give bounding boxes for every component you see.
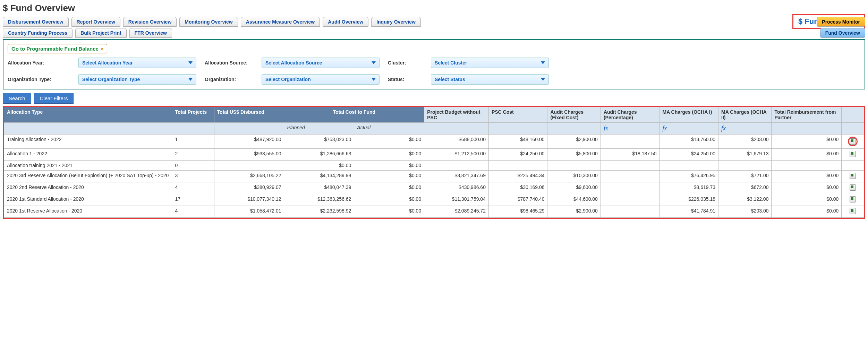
fx-icon[interactable]: fx [659, 123, 718, 135]
th-icon [842, 107, 864, 123]
tab-ftr-overview[interactable]: FTR Overview [129, 28, 172, 38]
cell: $1,679.13 [718, 149, 772, 161]
cell: $0.00 [354, 135, 424, 149]
cell: $3,821,347.69 [424, 171, 489, 182]
tab-disbursement-overview[interactable]: Disbursement Overview [3, 17, 69, 27]
th-allocation-type[interactable]: Allocation Type [4, 107, 172, 123]
allocation-table: Allocation Type Total Projects Total US$… [4, 107, 864, 218]
cell: $10,300.00 [547, 171, 601, 182]
clear-filters-button[interactable]: Clear Filters [34, 93, 74, 104]
cell: $2,668,105.22 [214, 171, 284, 182]
table-row: 2020 1st Reserve Allocation - 20204$1,05… [4, 206, 864, 218]
cluster-select[interactable]: Select Cluster [431, 58, 549, 68]
cell: $18,187.50 [601, 149, 659, 161]
cell: $2,232,598.92 [284, 206, 354, 218]
cell: 2 [172, 149, 214, 161]
allocation-year-select[interactable]: Select Allocation Year [78, 58, 196, 68]
cell: $1,058,472.01 [214, 206, 284, 218]
fx-icon[interactable]: fx [718, 123, 772, 135]
excel-export-icon[interactable] [850, 196, 856, 202]
th-total-cost[interactable]: Total Cost to Fund [284, 107, 424, 123]
tab-assurance-measure-overview[interactable]: Assurance Measure Overview [241, 17, 320, 27]
th-planned: Planned [284, 123, 354, 135]
export-cell [842, 135, 864, 149]
tab-audit-overview[interactable]: Audit Overview [323, 17, 368, 27]
tab-report-overview[interactable]: Report Overview [71, 17, 120, 27]
th-audit-fixed[interactable]: Audit Charges (Fixed Cost) [547, 107, 601, 123]
excel-export-icon[interactable] [850, 184, 856, 191]
tab-monitoring-overview[interactable]: Monitoring Overview [179, 17, 238, 27]
export-highlight [848, 137, 858, 146]
cluster-label: Cluster: [388, 60, 423, 66]
go-programmable-fund-link[interactable]: Go to Programmable Fund Balance » [8, 44, 107, 53]
cell: $480,047.39 [284, 182, 354, 194]
export-cell [842, 149, 864, 161]
cell: 2020 1st Reserve Allocation - 2020 [4, 206, 172, 218]
export-cell [842, 161, 864, 171]
table-row: 2020 1st Standard Allocation - 202017$10… [4, 194, 864, 206]
cell: 17 [172, 194, 214, 206]
cell [488, 161, 547, 171]
cell [601, 135, 659, 149]
tabs-row-2: Country Funding ProcessBulk Project Prin… [3, 28, 865, 38]
th-ma2[interactable]: MA Charges (OCHA II) [718, 107, 772, 123]
cell: Allocation training 2021 - 2021 [4, 161, 172, 171]
th-audit-pct[interactable]: Audit Charges (Percentage) [601, 107, 659, 123]
status-select[interactable]: Select Status [431, 74, 549, 85]
cell: $203.00 [718, 135, 772, 149]
table-row: 2020 3rd Reserve Allocation (Beirut Expl… [4, 171, 864, 182]
cell: $487,920.00 [214, 135, 284, 149]
organization-select[interactable]: Select Organization [262, 74, 380, 85]
search-button[interactable]: Search [3, 93, 31, 104]
th-total-projects[interactable]: Total Projects [172, 107, 214, 123]
cell: $10,077,340.12 [214, 194, 284, 206]
cell: $1,212,500.00 [424, 149, 489, 161]
chevron-down-icon [541, 61, 545, 64]
organization-type-select[interactable]: Select Organization Type [78, 74, 196, 85]
th-reimbursement[interactable]: Total Reimbursement from Partner [772, 107, 842, 123]
cell: 4 [172, 206, 214, 218]
cell: $5,800.00 [547, 149, 601, 161]
chevron-right-icon: » [101, 46, 103, 52]
cell: $0.00 [772, 206, 842, 218]
cluster-value: Select Cluster [435, 60, 467, 66]
cell: Allocation 1 - 2022 [4, 149, 172, 161]
cell: $0.00 [772, 194, 842, 206]
cell [547, 161, 601, 171]
cell: $0.00 [354, 171, 424, 182]
th-total-disbursed[interactable]: Total US$ Disbursed [214, 107, 284, 123]
cell: $13,760.00 [659, 135, 718, 149]
tab-country-funding-process[interactable]: Country Funding Process [3, 28, 73, 38]
cell: $225,494.34 [488, 171, 547, 182]
cell [718, 161, 772, 171]
th-actual: Actual [354, 123, 424, 135]
cell: $203.00 [718, 206, 772, 218]
cell: $787,740.40 [488, 194, 547, 206]
excel-export-icon[interactable] [850, 151, 856, 157]
cell: $0.00 [772, 171, 842, 182]
cell: $0.00 [354, 182, 424, 194]
process-monitor-pill[interactable]: Process Monitor [817, 17, 865, 27]
cell: $0.00 [354, 149, 424, 161]
table-row: Training Allocation - 20221$487,920.00$7… [4, 135, 864, 149]
fund-overview-pill[interactable]: Fund Overview [820, 28, 865, 38]
cell [601, 171, 659, 182]
cell: 2020 2nd Reserve Allocation - 2020 [4, 182, 172, 194]
cell: $0.00 [772, 149, 842, 161]
cell: 2020 3rd Reserve Allocation (Beirut Expl… [4, 171, 172, 182]
excel-export-icon[interactable] [850, 138, 856, 145]
fx-icon[interactable]: fx [601, 123, 659, 135]
chevron-down-icon [372, 78, 376, 81]
cell: 0 [172, 161, 214, 171]
tab-inquiry-overview[interactable]: Inquiry Overview [371, 17, 421, 27]
cell: $688,000.00 [424, 135, 489, 149]
table-row: Allocation training 2021 - 20210$0.00$0.… [4, 161, 864, 171]
th-ma1[interactable]: MA Charges (OCHA I) [659, 107, 718, 123]
excel-export-icon[interactable] [850, 208, 856, 214]
th-project-budget[interactable]: Project Budget without PSC [424, 107, 489, 123]
excel-export-icon[interactable] [850, 173, 856, 179]
tab-revision-overview[interactable]: Revision Overview [123, 17, 177, 27]
allocation-source-select[interactable]: Select Allocation Source [262, 58, 380, 68]
tab-bulk-project-print[interactable]: Bulk Project Print [75, 28, 126, 38]
th-psc-cost[interactable]: PSC Cost [488, 107, 547, 123]
